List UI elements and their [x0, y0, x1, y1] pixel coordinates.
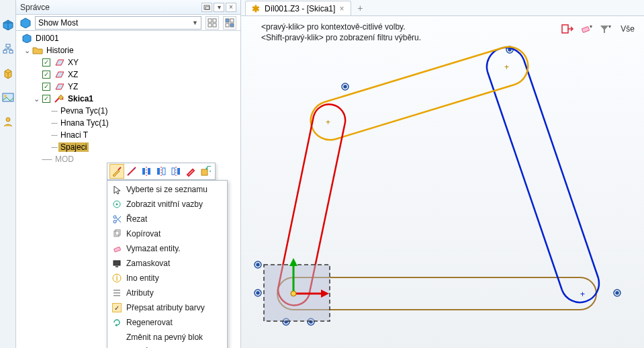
- mirror-3-icon[interactable]: [169, 164, 183, 179]
- menu-item-show-constraints[interactable]: Zobrazit vnitřní vazby: [107, 197, 227, 212]
- tree-plane-yz[interactable]: ✓ YZ: [16, 81, 240, 93]
- svg-line-87: [336, 85, 514, 139]
- manager-toolbar: Show Most ▼: [16, 15, 240, 31]
- svg-text:i: i: [116, 273, 118, 283]
- new-tab-button[interactable]: +: [354, 2, 366, 14]
- svg-rect-46: [201, 169, 208, 175]
- eraser-icon: [112, 244, 122, 253]
- menu-label: Zobrazit vnitřní vazby: [126, 200, 227, 209]
- tree-feature-hnana[interactable]: --- Hnana Tyc(1): [16, 117, 240, 129]
- svg-rect-56: [114, 247, 121, 252]
- tree-root[interactable]: Díl001: [16, 32, 240, 44]
- monitor-icon: [112, 259, 122, 268]
- menu-item-ino-entity[interactable]: iIno entity: [107, 271, 227, 286]
- menu-item-change-to-block[interactable]: Změnit na pevný blok: [107, 330, 227, 345]
- checkbox-icon[interactable]: ✓: [42, 71, 50, 79]
- close-panel-icon[interactable]: ×: [226, 3, 236, 12]
- tree-history[interactable]: ⌄ Historie: [16, 44, 240, 56]
- orange-center-1: +: [326, 118, 330, 127]
- dimension-icon[interactable]: [124, 164, 139, 179]
- tree-history-label: Historie: [44, 46, 76, 55]
- svg-marker-30: [56, 72, 64, 77]
- svg-rect-58: [116, 266, 118, 267]
- cursor-icon: [112, 185, 122, 194]
- plane-label: YZ: [66, 82, 80, 91]
- menu-item-select-from-list[interactable]: Vyberte si ze seznamu: [107, 182, 227, 197]
- part-cube-icon[interactable]: [20, 17, 31, 28]
- svg-rect-25: [230, 19, 234, 22]
- svg-point-71: [344, 85, 347, 88]
- svg-rect-23: [213, 24, 216, 27]
- svg-marker-28: [23, 34, 31, 43]
- toolbar-filter-button[interactable]: [223, 16, 236, 30]
- svg-point-94: [291, 291, 296, 296]
- svg-rect-26: [226, 24, 229, 27]
- manager-panel: Správce ▾ × Show Most ▼ Díl: [16, 0, 241, 348]
- mirror-1-icon[interactable]: [139, 164, 154, 179]
- feature-label-selected: Spajeci: [58, 142, 89, 152]
- window-docking-icon[interactable]: [201, 3, 212, 12]
- replace-box-icon[interactable]: [198, 164, 213, 179]
- svg-rect-18: [205, 7, 210, 9]
- svg-rect-17: [204, 5, 210, 9]
- menu-label: Ino entity: [126, 273, 227, 283]
- plane-icon: [54, 70, 64, 79]
- toolbar-grid-button[interactable]: [205, 16, 219, 30]
- tree-feature-hnaci[interactable]: --- Hnaci T: [16, 129, 240, 141]
- hierarchy-icon[interactable]: [2, 43, 14, 55]
- svg-point-75: [257, 292, 259, 294]
- menu-item-regenerate[interactable]: Regenerovat: [107, 315, 227, 330]
- mirror-2-icon[interactable]: [154, 164, 169, 179]
- tree-root-label: Díl001: [34, 34, 61, 43]
- svg-rect-27: [230, 24, 234, 27]
- svg-line-86: [324, 48, 503, 102]
- svg-rect-20: [208, 19, 212, 22]
- edit-sketch-icon[interactable]: [109, 164, 124, 179]
- close-tab-icon[interactable]: ×: [339, 4, 344, 13]
- menu-item-override-color[interactable]: ✓Přepsat atributy barvy: [107, 300, 227, 315]
- checkbox-icon[interactable]: ✓: [42, 83, 50, 91]
- menu-item-customize[interactable]: Přizpůsobit: [107, 345, 227, 348]
- document-tab[interactable]: ✱ Díl001.Z3 - [Skica1] ×: [245, 1, 351, 15]
- picture-sun-icon[interactable]: [2, 91, 14, 103]
- tab-label: Díl001.Z3 - [Skica1]: [265, 4, 335, 13]
- show-mode-dropdown[interactable]: Show Most ▼: [35, 16, 201, 30]
- collapse-icon[interactable]: ⌄: [32, 95, 40, 103]
- cube-tool-icon[interactable]: [2, 19, 14, 31]
- menu-item-cut[interactable]: Řezat: [107, 212, 227, 226]
- constraint-icon: [112, 200, 122, 209]
- svg-point-81: [616, 292, 618, 294]
- check-icon: ✓: [112, 303, 122, 312]
- tree-feature-pevna[interactable]: --- Pevna Tyc(1): [16, 105, 240, 117]
- svg-rect-38: [148, 168, 150, 175]
- svg-rect-40: [157, 168, 160, 175]
- orange-center-2: +: [504, 62, 509, 72]
- menu-item-erase[interactable]: Vymazat entity.: [107, 241, 227, 256]
- menu-item-copy[interactable]: Kopírovat: [107, 226, 227, 241]
- menu-label: Vymazat entity.: [126, 244, 227, 253]
- delete-pen-icon[interactable]: [183, 164, 198, 179]
- collapse-icon[interactable]: ⌄: [23, 46, 31, 54]
- document-tabbar: ✱ Díl001.Z3 - [Skica1] × +: [241, 0, 644, 16]
- menu-label: Regenerovat: [126, 318, 227, 327]
- menu-item-attributes[interactable]: Atributy: [107, 286, 227, 300]
- tree-plane-xy[interactable]: ✓ XY: [16, 56, 240, 69]
- menu-item-blank[interactable]: Zamaskovat: [107, 256, 227, 271]
- box-icon[interactable]: [2, 67, 14, 79]
- sketch-canvas[interactable]: <pravý-klik> pro kontextově-citlivé volb…: [241, 16, 644, 348]
- checkbox-icon[interactable]: ✓: [42, 95, 50, 103]
- svg-line-85: [524, 60, 598, 278]
- left-vertical-toolbar: [0, 0, 16, 348]
- document-area: ✱ Díl001.Z3 - [Skica1] × + <pravý-klik> …: [241, 0, 644, 348]
- tree-plane-xz[interactable]: ✓ XZ: [16, 69, 240, 81]
- person-icon[interactable]: [2, 116, 14, 128]
- context-mini-toolbar: [107, 163, 216, 180]
- tree-feature-spajeci[interactable]: --- Spajeci: [16, 141, 240, 153]
- checkbox-icon[interactable]: ✓: [42, 58, 50, 67]
- tree-line-icon: -----: [42, 155, 52, 164]
- dropdown-icon[interactable]: ▾: [214, 3, 224, 12]
- menu-label: Vyberte si ze seznamu: [126, 185, 227, 194]
- tree-sketch[interactable]: ⌄ ✓ Skica1: [16, 93, 240, 105]
- tree-line-icon: ---: [51, 106, 57, 116]
- svg-line-84: [488, 72, 562, 290]
